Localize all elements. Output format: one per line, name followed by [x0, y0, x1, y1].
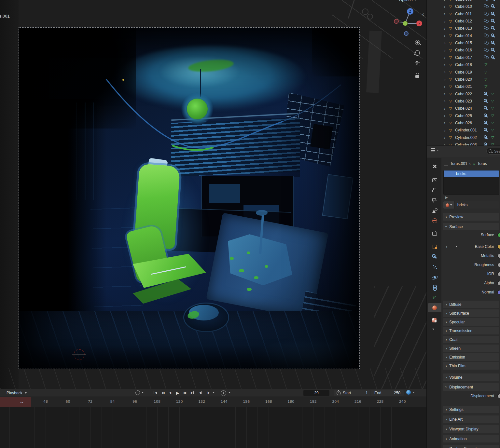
chevron-down-icon[interactable]: [213, 392, 215, 393]
outliner[interactable]: ›▽Cube.009›▽Cube.010›▽Cube.011›▽Cube.012…: [427, 0, 500, 145]
zoom-button[interactable]: [413, 38, 422, 47]
tab-physics[interactable]: [428, 273, 441, 282]
outliner-row[interactable]: ›▽Cylinder.002: [427, 134, 500, 141]
editor-type-button[interactable]: [431, 148, 439, 152]
outliner-row[interactable]: ›▽Cube.020: [427, 76, 500, 83]
tab-object[interactable]: [428, 242, 441, 251]
tab-output[interactable]: [428, 186, 441, 195]
value-socket[interactable]: [497, 254, 500, 258]
outliner-row[interactable]: ›▽Cube.018: [427, 61, 500, 68]
modifier-icon[interactable]: [491, 19, 496, 23]
mesh-data-icon[interactable]: [491, 143, 495, 145]
outliner-row[interactable]: ›▽Cube.019: [427, 69, 500, 76]
gizmo-z-negative-axis[interactable]: [404, 31, 409, 36]
mesh-data-icon[interactable]: [491, 121, 495, 125]
timeline-ruler[interactable]: ↔ 48607284961081201321441561681801922042…: [0, 397, 426, 407]
panel-transmission[interactable]: ›Transmission: [443, 327, 499, 334]
keying-set-button[interactable]: [221, 390, 226, 396]
expand-chevron-icon[interactable]: ›: [444, 143, 449, 146]
outliner-row[interactable]: ›▽Cube.017: [427, 54, 500, 61]
camera-view[interactable]: [19, 27, 360, 369]
options-button[interactable]: Options: [399, 0, 416, 2]
expand-chevron-icon[interactable]: ›: [444, 113, 449, 118]
expand-chevron-icon[interactable]: ›: [444, 26, 449, 31]
material-browse-button[interactable]: [443, 201, 454, 209]
tab-world[interactable]: [428, 216, 441, 225]
panel-coat[interactable]: ›Coat: [443, 336, 499, 343]
expand-chevron-icon[interactable]: ›: [444, 11, 449, 16]
slot-specials-arrow[interactable]: ▶: [445, 196, 499, 200]
chevron-down-icon[interactable]: [432, 329, 434, 330]
panel-thin-film[interactable]: ›Thin Film: [443, 362, 499, 370]
panel-subsurface[interactable]: ›Subsurface: [443, 309, 499, 317]
outliner-row[interactable]: ›▽Cube.026: [427, 119, 500, 127]
value-socket[interactable]: [497, 233, 500, 237]
modifier-icon[interactable]: [491, 4, 496, 9]
jump-first-icon[interactable]: ◀: [152, 390, 159, 396]
constraint-icon[interactable]: [484, 4, 489, 8]
panel-viewport-display[interactable]: ›Viewport Display: [443, 425, 499, 433]
expand-chevron-icon[interactable]: ›: [444, 4, 449, 9]
expand-chevron-icon[interactable]: ›: [444, 91, 449, 96]
tab-material[interactable]: [428, 303, 441, 312]
mesh-data-icon[interactable]: [491, 128, 495, 132]
constraint-icon[interactable]: [484, 55, 489, 60]
modifier-icon[interactable]: [491, 26, 496, 31]
displacement-socket[interactable]: [497, 394, 500, 398]
tab-view-layer[interactable]: [428, 196, 441, 205]
panel-diffuse[interactable]: ›Diffuse: [443, 301, 499, 308]
tab-texture[interactable]: [428, 316, 441, 325]
panel-preview[interactable]: › Preview: [443, 213, 499, 221]
step-back-icon[interactable]: ◀: [197, 390, 204, 396]
modifier-icon[interactable]: [491, 0, 496, 2]
breadcrumb-object[interactable]: Torus.001: [450, 161, 467, 166]
mesh-data-icon[interactable]: [484, 77, 489, 82]
lock-view-button[interactable]: [413, 71, 422, 80]
mesh-data-icon[interactable]: [484, 84, 489, 89]
tab-particles[interactable]: [428, 262, 441, 271]
gizmo-y-axis[interactable]: [403, 21, 408, 26]
modifier-icon[interactable]: [491, 55, 496, 60]
panel-sheen[interactable]: ›Sheen: [443, 345, 499, 352]
next-keyframe-icon[interactable]: ▶▶: [182, 390, 188, 396]
panel-animation[interactable]: ›Animation: [443, 435, 499, 442]
mesh-data-icon[interactable]: [491, 106, 495, 111]
step-forward-icon[interactable]: ▶: [205, 390, 212, 396]
current-frame-field[interactable]: 29: [303, 390, 329, 396]
value-socket[interactable]: [497, 290, 500, 294]
outliner-row[interactable]: ›▽Cube.025: [427, 112, 500, 119]
playback-menu[interactable]: Playback: [5, 390, 29, 396]
outliner-row[interactable]: ›▽Cube.022: [427, 90, 500, 98]
value-socket[interactable]: [497, 263, 500, 267]
expand-chevron-icon[interactable]: ›: [444, 62, 449, 67]
breadcrumb-data[interactable]: Torus: [478, 161, 487, 166]
modifier-icon[interactable]: [484, 106, 489, 111]
tab-tool[interactable]: [428, 162, 441, 171]
expand-chevron-icon[interactable]: ›: [444, 84, 449, 89]
material-name-field[interactable]: bricks: [454, 201, 499, 209]
outliner-row[interactable]: ›▽Cylinder.001: [427, 127, 500, 134]
3d-viewport[interactable]: s.001 Options ‹ Z x: [0, 0, 426, 389]
modifier-icon[interactable]: [484, 99, 489, 103]
modifier-icon[interactable]: [491, 34, 496, 38]
expand-chevron-icon[interactable]: ›: [444, 0, 449, 2]
mesh-data-icon[interactable]: [484, 62, 489, 67]
tab-collection[interactable]: [428, 229, 441, 238]
play-reverse-icon[interactable]: ◀: [167, 390, 174, 396]
panel-volume[interactable]: › Volume: [443, 373, 499, 381]
material-slot-list[interactable]: bricks: [443, 170, 499, 195]
expand-chevron-icon[interactable]: ›: [444, 120, 449, 125]
tab-object-data[interactable]: [428, 293, 441, 302]
material-slot-selected[interactable]: bricks: [444, 170, 499, 177]
panel-displacement[interactable]: › Displacement: [443, 383, 499, 391]
constraint-icon[interactable]: [484, 12, 489, 16]
search-input[interactable]: [493, 149, 500, 154]
panel-emission[interactable]: ›Emission: [443, 353, 499, 361]
mesh-data-icon[interactable]: [484, 70, 489, 75]
panel-specular[interactable]: ›Specular: [443, 318, 499, 326]
tab-constraint[interactable]: [428, 283, 441, 292]
frame-start-field[interactable]: Start 1: [334, 390, 370, 396]
outliner-row[interactable]: ›▽Cube.024: [427, 105, 500, 112]
expand-chevron-icon[interactable]: ›: [444, 33, 449, 38]
timeline-editor[interactable]: Playback ◀◀◀◀▶▶▶▶ ◀▶ 29 Start 1 End 250 …: [0, 389, 426, 448]
